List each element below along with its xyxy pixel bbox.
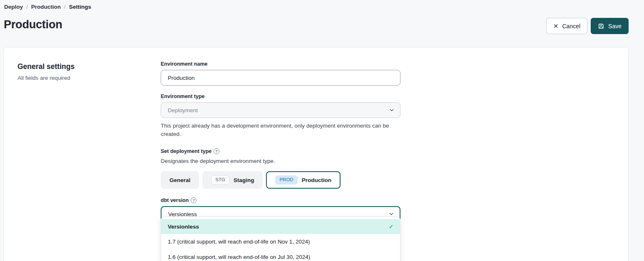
cancel-button-label: Cancel xyxy=(562,23,580,30)
chevron-down-icon xyxy=(389,108,394,113)
dbt-version-dropdown: Versionless ✓ 1.7 (critical support, wil… xyxy=(161,217,400,261)
environment-type-helper-text: This project already has a development e… xyxy=(161,122,394,138)
breadcrumb-settings: Settings xyxy=(69,4,91,10)
help-icon[interactable]: ? xyxy=(191,197,196,203)
section-heading: General settings xyxy=(17,62,75,71)
option-label: 1.6 (critical support, will reach end-of… xyxy=(168,254,310,260)
environment-type-field: Environment type Deployment This project… xyxy=(161,94,400,138)
deployment-type-general-label: General xyxy=(169,177,190,183)
check-icon: ✓ xyxy=(389,224,393,230)
environment-settings-page: Deploy / Production / Settings Productio… xyxy=(0,0,644,261)
environment-type-label: Environment type xyxy=(161,94,400,99)
staging-badge: STG xyxy=(211,175,229,185)
header-actions: ✕ Cancel Save xyxy=(546,18,629,34)
deployment-type-option-general[interactable]: General xyxy=(161,171,199,189)
breadcrumb: Deploy / Production / Settings xyxy=(4,4,91,10)
deployment-type-staging-label: Staging xyxy=(234,177,254,183)
environment-name-field: Environment name xyxy=(161,61,400,86)
deployment-type-label: Set deployment type ? xyxy=(161,148,400,154)
dbt-version-option-1-7[interactable]: 1.7 (critical support, will reach end-of… xyxy=(161,234,400,249)
page-title: Production xyxy=(4,18,62,31)
deployment-type-description: Designates the deployment environment ty… xyxy=(161,158,400,164)
deployment-type-options: General STG Staging PROD Production xyxy=(161,171,400,189)
deployment-type-option-staging[interactable]: STG Staging xyxy=(202,171,263,189)
breadcrumb-production[interactable]: Production xyxy=(31,4,61,10)
environment-type-value: Deployment xyxy=(168,107,198,113)
save-button[interactable]: Save xyxy=(591,18,629,34)
environment-name-input[interactable] xyxy=(161,70,400,86)
deployment-type-option-production[interactable]: PROD Production xyxy=(266,171,340,189)
breadcrumb-deploy[interactable]: Deploy xyxy=(4,4,23,10)
section-subheading: All fields are required xyxy=(17,75,75,81)
option-label: Versionless xyxy=(168,224,199,230)
dbt-version-label-text: dbt version xyxy=(161,197,189,203)
breadcrumb-separator: / xyxy=(26,4,28,10)
production-badge: PROD xyxy=(275,175,297,185)
help-icon[interactable]: ? xyxy=(214,148,219,154)
deployment-type-field: Set deployment type ? Designates the dep… xyxy=(161,148,400,189)
save-button-label: Save xyxy=(608,23,622,30)
dbt-version-option-versionless[interactable]: Versionless ✓ xyxy=(161,219,400,234)
chevron-down-icon xyxy=(389,212,394,217)
close-icon: ✕ xyxy=(553,23,559,29)
environment-type-select[interactable]: Deployment xyxy=(161,102,400,118)
deployment-type-production-label: Production xyxy=(302,177,331,183)
save-icon xyxy=(598,23,604,30)
general-settings-card: General settings All fields are required… xyxy=(3,47,629,261)
option-label: 1.7 (critical support, will reach end-of… xyxy=(168,239,310,245)
settings-form: Environment name Environment type Deploy… xyxy=(161,61,400,230)
breadcrumb-separator: / xyxy=(64,4,66,10)
deployment-type-label-text: Set deployment type xyxy=(161,148,211,154)
dbt-version-label: dbt version ? xyxy=(161,197,400,203)
cancel-button[interactable]: ✕ Cancel xyxy=(546,18,587,34)
environment-name-label: Environment name xyxy=(161,61,400,67)
dbt-version-option-1-6[interactable]: 1.6 (critical support, will reach end-of… xyxy=(161,249,400,261)
section-intro: General settings All fields are required xyxy=(17,62,75,81)
